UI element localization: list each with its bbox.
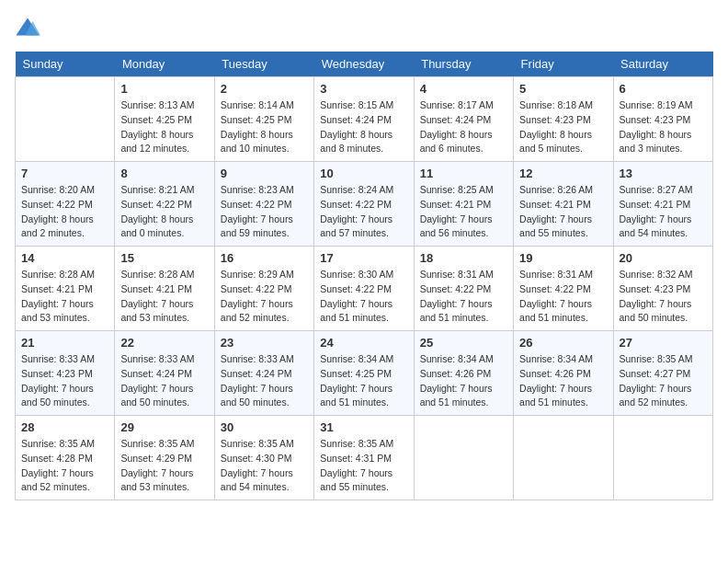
calendar-cell-w1-d1 — [16, 77, 115, 162]
col-header-monday: Monday — [115, 52, 214, 77]
calendar-cell-w1-d5: 4Sunrise: 8:17 AMSunset: 4:24 PMDaylight… — [414, 77, 513, 162]
day-info: Sunrise: 8:35 AMSunset: 4:29 PMDaylight:… — [120, 437, 208, 495]
day-info: Sunrise: 8:18 AMSunset: 4:23 PMDaylight:… — [519, 98, 607, 156]
day-number: 3 — [320, 82, 407, 96]
day-number: 14 — [21, 251, 108, 265]
day-number: 1 — [120, 82, 208, 96]
day-info: Sunrise: 8:13 AMSunset: 4:25 PMDaylight:… — [120, 98, 208, 156]
col-header-friday: Friday — [514, 52, 613, 77]
calendar-cell-w1-d7: 6Sunrise: 8:19 AMSunset: 4:23 PMDaylight… — [613, 77, 712, 162]
calendar-cell-w4-d2: 22Sunrise: 8:33 AMSunset: 4:24 PMDayligh… — [115, 331, 214, 416]
day-number: 11 — [420, 167, 507, 180]
col-header-saturday: Saturday — [613, 52, 712, 77]
logo-icon — [15, 15, 40, 40]
calendar-cell-w4-d4: 24Sunrise: 8:34 AMSunset: 4:25 PMDayligh… — [314, 331, 414, 416]
day-number: 13 — [620, 167, 707, 180]
day-number: 19 — [519, 251, 607, 265]
calendar-header-row: Sunday Monday Tuesday Wednesday Thursday… — [16, 52, 713, 77]
day-info: Sunrise: 8:14 AMSunset: 4:25 PMDaylight:… — [221, 98, 308, 156]
calendar-cell-w4-d1: 21Sunrise: 8:33 AMSunset: 4:23 PMDayligh… — [16, 331, 115, 416]
day-info: Sunrise: 8:35 AMSunset: 4:31 PMDaylight:… — [320, 437, 407, 495]
calendar-cell-w3-d6: 19Sunrise: 8:31 AMSunset: 4:22 PMDayligh… — [514, 247, 613, 331]
day-info: Sunrise: 8:17 AMSunset: 4:24 PMDaylight:… — [420, 98, 507, 156]
day-number: 27 — [620, 336, 707, 350]
day-number: 28 — [21, 420, 108, 434]
day-info: Sunrise: 8:20 AMSunset: 4:22 PMDaylight:… — [21, 183, 108, 241]
day-info: Sunrise: 8:28 AMSunset: 4:21 PMDaylight:… — [120, 268, 208, 326]
day-info: Sunrise: 8:32 AMSunset: 4:23 PMDaylight:… — [620, 268, 707, 326]
day-number: 20 — [620, 251, 707, 265]
day-info: Sunrise: 8:33 AMSunset: 4:24 PMDaylight:… — [120, 352, 208, 410]
day-info: Sunrise: 8:31 AMSunset: 4:22 PMDaylight:… — [420, 268, 507, 326]
calendar-cell-w1-d3: 2Sunrise: 8:14 AMSunset: 4:25 PMDaylight… — [214, 77, 313, 162]
calendar-cell-w3-d3: 16Sunrise: 8:29 AMSunset: 4:22 PMDayligh… — [214, 247, 313, 331]
calendar-cell-w5-d6 — [514, 416, 613, 500]
calendar-cell-w2-d4: 10Sunrise: 8:24 AMSunset: 4:22 PMDayligh… — [314, 162, 414, 247]
page-header — [15, 15, 713, 40]
calendar-week-5: 28Sunrise: 8:35 AMSunset: 4:28 PMDayligh… — [16, 416, 713, 500]
calendar-week-3: 14Sunrise: 8:28 AMSunset: 4:21 PMDayligh… — [16, 247, 713, 331]
day-number: 17 — [320, 251, 407, 265]
calendar-cell-w3-d2: 15Sunrise: 8:28 AMSunset: 4:21 PMDayligh… — [115, 247, 214, 331]
day-number: 30 — [221, 420, 308, 434]
calendar-cell-w2-d3: 9Sunrise: 8:23 AMSunset: 4:22 PMDaylight… — [214, 162, 313, 247]
day-info: Sunrise: 8:33 AMSunset: 4:24 PMDaylight:… — [221, 352, 308, 410]
day-number: 31 — [320, 420, 407, 434]
calendar-week-4: 21Sunrise: 8:33 AMSunset: 4:23 PMDayligh… — [16, 331, 713, 416]
day-number: 5 — [519, 82, 607, 96]
day-number: 2 — [221, 82, 308, 96]
calendar-week-2: 7Sunrise: 8:20 AMSunset: 4:22 PMDaylight… — [16, 162, 713, 247]
day-info: Sunrise: 8:35 AMSunset: 4:28 PMDaylight:… — [21, 437, 108, 495]
calendar-cell-w2-d6: 12Sunrise: 8:26 AMSunset: 4:21 PMDayligh… — [514, 162, 613, 247]
calendar-cell-w1-d6: 5Sunrise: 8:18 AMSunset: 4:23 PMDaylight… — [514, 77, 613, 162]
day-info: Sunrise: 8:23 AMSunset: 4:22 PMDaylight:… — [221, 183, 308, 241]
day-info: Sunrise: 8:29 AMSunset: 4:22 PMDaylight:… — [221, 268, 308, 326]
calendar-cell-w5-d4: 31Sunrise: 8:35 AMSunset: 4:31 PMDayligh… — [314, 416, 414, 500]
day-info: Sunrise: 8:34 AMSunset: 4:25 PMDaylight:… — [320, 352, 407, 410]
day-number: 12 — [519, 167, 607, 180]
calendar-cell-w5-d3: 30Sunrise: 8:35 AMSunset: 4:30 PMDayligh… — [214, 416, 313, 500]
day-number: 4 — [420, 82, 507, 96]
day-info: Sunrise: 8:34 AMSunset: 4:26 PMDaylight:… — [420, 352, 507, 410]
day-info: Sunrise: 8:33 AMSunset: 4:23 PMDaylight:… — [21, 352, 108, 410]
calendar-cell-w5-d7 — [613, 416, 712, 500]
calendar-cell-w4-d6: 26Sunrise: 8:34 AMSunset: 4:26 PMDayligh… — [514, 331, 613, 416]
col-header-thursday: Thursday — [414, 52, 513, 77]
col-header-sunday: Sunday — [16, 52, 115, 77]
day-number: 29 — [120, 420, 208, 434]
calendar-cell-w2-d1: 7Sunrise: 8:20 AMSunset: 4:22 PMDaylight… — [16, 162, 115, 247]
day-info: Sunrise: 8:24 AMSunset: 4:22 PMDaylight:… — [320, 183, 407, 241]
day-number: 7 — [21, 167, 108, 180]
calendar-cell-w2-d5: 11Sunrise: 8:25 AMSunset: 4:21 PMDayligh… — [414, 162, 513, 247]
day-number: 18 — [420, 251, 507, 265]
day-info: Sunrise: 8:35 AMSunset: 4:27 PMDaylight:… — [620, 352, 707, 410]
day-number: 15 — [120, 251, 208, 265]
day-info: Sunrise: 8:19 AMSunset: 4:23 PMDaylight:… — [620, 98, 707, 156]
day-number: 23 — [221, 336, 308, 350]
day-number: 9 — [221, 167, 308, 180]
calendar-cell-w3-d7: 20Sunrise: 8:32 AMSunset: 4:23 PMDayligh… — [613, 247, 712, 331]
calendar-cell-w3-d5: 18Sunrise: 8:31 AMSunset: 4:22 PMDayligh… — [414, 247, 513, 331]
calendar-cell-w1-d2: 1Sunrise: 8:13 AMSunset: 4:25 PMDaylight… — [115, 77, 214, 162]
day-number: 16 — [221, 251, 308, 265]
calendar-cell-w3-d4: 17Sunrise: 8:30 AMSunset: 4:22 PMDayligh… — [314, 247, 414, 331]
day-number: 21 — [21, 336, 108, 350]
day-info: Sunrise: 8:26 AMSunset: 4:21 PMDaylight:… — [519, 183, 607, 241]
calendar-cell-w1-d4: 3Sunrise: 8:15 AMSunset: 4:24 PMDaylight… — [314, 77, 414, 162]
day-number: 10 — [320, 167, 407, 180]
day-info: Sunrise: 8:21 AMSunset: 4:22 PMDaylight:… — [120, 183, 208, 241]
calendar-cell-w3-d1: 14Sunrise: 8:28 AMSunset: 4:21 PMDayligh… — [16, 247, 115, 331]
calendar-cell-w4-d7: 27Sunrise: 8:35 AMSunset: 4:27 PMDayligh… — [613, 331, 712, 416]
col-header-tuesday: Tuesday — [214, 52, 313, 77]
day-info: Sunrise: 8:25 AMSunset: 4:21 PMDaylight:… — [420, 183, 507, 241]
calendar-cell-w4-d3: 23Sunrise: 8:33 AMSunset: 4:24 PMDayligh… — [214, 331, 313, 416]
calendar-cell-w2-d7: 13Sunrise: 8:27 AMSunset: 4:21 PMDayligh… — [613, 162, 712, 247]
calendar-cell-w5-d2: 29Sunrise: 8:35 AMSunset: 4:29 PMDayligh… — [115, 416, 214, 500]
calendar-week-1: 1Sunrise: 8:13 AMSunset: 4:25 PMDaylight… — [16, 77, 713, 162]
day-number: 24 — [320, 336, 407, 350]
calendar-cell-w5-d1: 28Sunrise: 8:35 AMSunset: 4:28 PMDayligh… — [16, 416, 115, 500]
day-info: Sunrise: 8:34 AMSunset: 4:26 PMDaylight:… — [519, 352, 607, 410]
calendar-table: Sunday Monday Tuesday Wednesday Thursday… — [15, 52, 713, 500]
day-number: 8 — [120, 167, 208, 180]
day-info: Sunrise: 8:35 AMSunset: 4:30 PMDaylight:… — [221, 437, 308, 495]
